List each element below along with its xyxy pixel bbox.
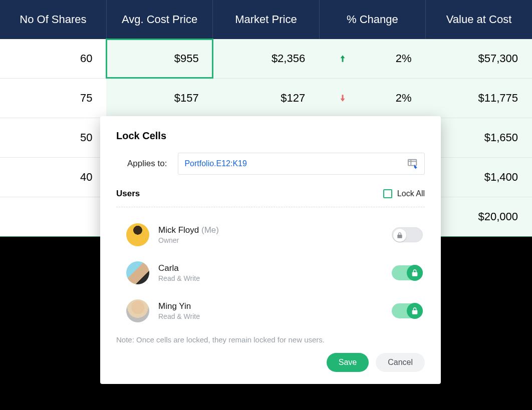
cell-shares[interactable]: 60	[0, 39, 106, 79]
cell-value[interactable]: $1,650	[426, 118, 532, 158]
table-header-row: No Of Shares Avg. Cost Price Market Pric…	[0, 0, 532, 39]
divider	[116, 207, 425, 207]
svg-rect-0	[408, 160, 417, 166]
user-name: Mick Floyd (Me)	[158, 225, 383, 235]
lock-cells-dialog: Lock Cells Applies to: Portfolio.E12:K19…	[100, 116, 441, 384]
user-role: Read & Write	[158, 274, 383, 282]
checkbox-icon[interactable]	[383, 189, 392, 198]
lock-toggle[interactable]	[392, 227, 423, 242]
user-role: Read & Write	[158, 312, 383, 320]
lock-icon	[407, 303, 423, 319]
lock-all-label: Lock All	[397, 189, 425, 198]
col-value-at-cost: Value at Cost	[426, 0, 532, 39]
dialog-note: Note: Once cells are locked, they remain…	[116, 335, 425, 344]
col-no-of-shares: No Of Shares	[0, 0, 106, 39]
dialog-actions: Save Cancel	[116, 353, 425, 372]
lock-icon	[407, 265, 423, 281]
cell-shares[interactable]: 50	[0, 118, 106, 158]
col-market-price: Market Price	[213, 0, 319, 39]
cell-value[interactable]: $11,775	[426, 79, 532, 118]
avatar	[126, 299, 149, 322]
cell-market[interactable]: $2,356	[213, 39, 319, 79]
cell-value[interactable]: $20,000	[426, 197, 532, 237]
user-meta: Ming Yin Read & Write	[158, 301, 383, 320]
applies-to-label: Applies to:	[127, 159, 167, 169]
cell-avg-cost[interactable]: $157	[106, 79, 212, 118]
lock-toggle[interactable]	[392, 303, 423, 318]
col-pct-change: % Change	[319, 0, 425, 39]
user-role: Owner	[158, 236, 383, 244]
cell-shares[interactable]	[0, 197, 106, 237]
arrow-down-icon	[338, 93, 347, 104]
user-name: Carla	[158, 263, 383, 273]
user-row: Mick Floyd (Me) Owner	[116, 218, 425, 251]
cell-market[interactable]: $127	[213, 79, 319, 118]
cancel-button[interactable]: Cancel	[376, 353, 425, 372]
lock-all-checkbox[interactable]: Lock All	[383, 189, 425, 198]
users-title: Users	[116, 189, 140, 199]
cell-shares[interactable]: 40	[0, 158, 106, 197]
cell-avg-cost[interactable]: $955	[106, 39, 212, 79]
users-header: Users Lock All	[116, 189, 425, 199]
cell-shares[interactable]: 75	[0, 79, 106, 118]
user-meta: Mick Floyd (Me) Owner	[158, 225, 383, 244]
applies-to-row: Applies to: Portfolio.E12:K19	[116, 153, 425, 175]
avatar	[126, 223, 149, 246]
cell-value[interactable]: $1,400	[426, 158, 532, 197]
lock-icon	[393, 229, 406, 242]
user-row: Carla Read & Write	[116, 256, 425, 289]
cell-change[interactable]: 2%	[319, 79, 425, 118]
avatar	[126, 261, 149, 284]
range-picker-icon[interactable]	[407, 158, 418, 169]
cell-value[interactable]: $57,300	[426, 39, 532, 79]
cell-change-value: 2%	[396, 52, 412, 65]
user-row: Ming Yin Read & Write	[116, 294, 425, 327]
cell-change-value: 2%	[396, 92, 412, 105]
col-avg-cost-price: Avg. Cost Price	[106, 0, 212, 39]
range-value: Portfolio.E12:K19	[184, 159, 247, 168]
range-input[interactable]: Portfolio.E12:K19	[178, 153, 425, 175]
lock-toggle[interactable]	[392, 265, 423, 280]
arrow-up-icon	[338, 53, 347, 64]
user-meta: Carla Read & Write	[158, 263, 383, 282]
table-row[interactable]: 60 $955 $2,356 2% $57,300	[0, 39, 532, 79]
cell-change[interactable]: 2%	[319, 39, 425, 79]
dialog-title: Lock Cells	[116, 130, 425, 142]
user-name: Ming Yin	[158, 301, 383, 311]
save-button[interactable]: Save	[327, 353, 369, 372]
table-row[interactable]: 75 $157 $127 2% $11,775	[0, 79, 532, 118]
